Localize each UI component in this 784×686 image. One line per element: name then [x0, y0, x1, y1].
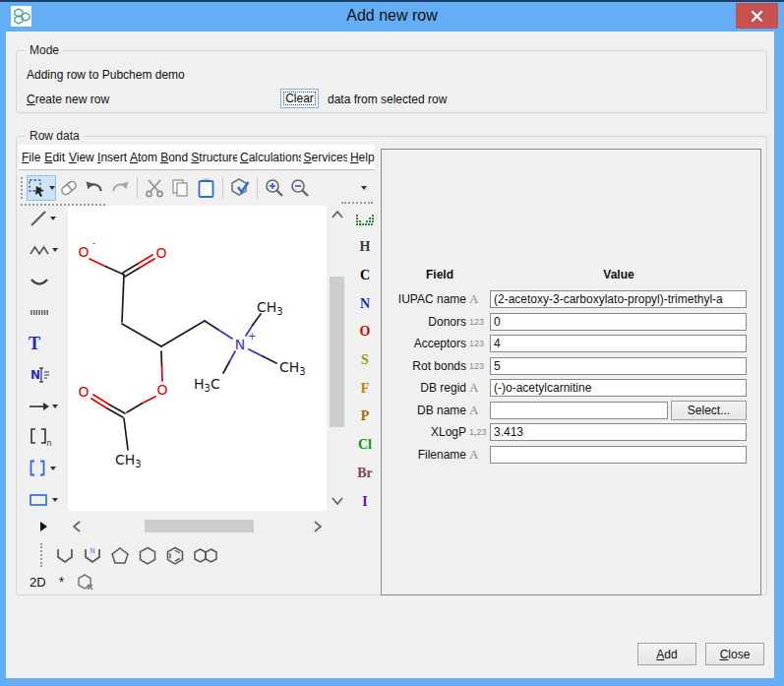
toolbar-drag-handle[interactable]: [21, 177, 24, 199]
canvas-vertical-scrollbar[interactable]: [329, 206, 346, 511]
selection-tool-dropdown-icon[interactable]: [49, 186, 55, 190]
field-row-xlogp: XLogP 1,23: [382, 423, 760, 441]
rectangle-icon: [29, 492, 50, 508]
vertical-scroll-thumb[interactable]: [330, 277, 344, 427]
repeat-group-tool[interactable]: n: [21, 424, 68, 450]
menu-bar: File Edit View Insert Atom Bond Structur…: [19, 145, 375, 170]
bond-tool[interactable]: [21, 206, 68, 231]
menu-bond[interactable]: Bond: [157, 151, 188, 164]
field-type-integer-icon: 123: [469, 313, 489, 331]
element-F[interactable]: F: [361, 374, 370, 403]
element-O[interactable]: O: [360, 318, 371, 346]
arrow-tool[interactable]: [21, 394, 68, 419]
check-structure-button[interactable]: [227, 175, 253, 201]
menu-edit[interactable]: Edit: [41, 151, 66, 164]
toolbar-overflow-icon[interactable]: [361, 186, 367, 190]
scroll-down-icon[interactable]: [331, 494, 344, 508]
template-cyclopentadiene[interactable]: [55, 546, 75, 565]
element-H[interactable]: H: [360, 233, 371, 262]
row-data-legend: Row data: [26, 129, 84, 143]
field-row-db-name: DB name A Select...: [382, 402, 760, 419]
element-S[interactable]: S: [361, 346, 369, 375]
copy-button[interactable]: [167, 175, 193, 201]
canvas-horizontal-scrollbar[interactable]: [68, 519, 327, 534]
toolbar-separator: [137, 177, 138, 199]
acceptors-input[interactable]: [490, 335, 747, 352]
clear-structure-icon[interactable]: [77, 573, 94, 592]
rot-bonds-input[interactable]: [490, 357, 747, 375]
eraser-icon: [58, 177, 80, 199]
donors-input[interactable]: [490, 313, 747, 331]
menu-services[interactable]: Services: [301, 151, 347, 164]
element-P[interactable]: P: [361, 403, 370, 431]
atom-label-tool[interactable]: N: [21, 362, 68, 388]
template-benzene[interactable]: [165, 546, 185, 565]
rect-tool-dropdown-icon[interactable]: [52, 498, 58, 502]
undo-button[interactable]: [82, 175, 107, 201]
template-expand-icon[interactable]: [40, 522, 47, 531]
menu-calculations[interactable]: Calculations: [237, 151, 301, 164]
menu-view[interactable]: View: [66, 151, 94, 164]
select-db-button[interactable]: Select...: [671, 401, 747, 420]
methyl-acetyl: CH3: [115, 452, 142, 469]
structure-canvas[interactable]: O - O O O N + CH3 CH3 H3C CH3: [68, 206, 327, 511]
menu-insert[interactable]: Insert: [94, 151, 127, 164]
eraser-button[interactable]: [56, 175, 82, 201]
scroll-left-icon[interactable]: [70, 520, 84, 533]
template-bar-drag-handle[interactable]: [40, 543, 43, 567]
group-bracket-tool[interactable]: [21, 456, 68, 481]
scroll-up-icon[interactable]: [331, 208, 344, 221]
text-tool[interactable]: T: [21, 331, 68, 356]
db-name-input[interactable]: [490, 402, 668, 419]
menu-structure[interactable]: Structure: [188, 151, 237, 164]
titlebar[interactable]: Add new row: [0, 2, 784, 31]
redo-button[interactable]: [107, 175, 133, 201]
element-I[interactable]: I: [362, 487, 367, 516]
clear-button[interactable]: Clear: [280, 89, 319, 108]
rectangle-select-tool[interactable]: [21, 487, 68, 513]
template-pyrrole[interactable]: N: [83, 546, 102, 565]
add-new-row-dialog: Add new row Mode Adding row to Pubchem d…: [0, 0, 784, 686]
selection-tool-button[interactable]: [27, 175, 56, 201]
xlogp-input[interactable]: [490, 423, 747, 441]
menu-help[interactable]: Help: [347, 151, 375, 164]
paste-button[interactable]: [193, 175, 218, 201]
field-type-text-icon: A: [469, 290, 489, 308]
chain-tool-dropdown-icon[interactable]: [52, 248, 58, 252]
filename-input[interactable]: [490, 446, 747, 464]
element-Cl[interactable]: Cl: [358, 431, 372, 460]
element-N[interactable]: N: [360, 289, 370, 318]
close-dialog-button[interactable]: Close: [705, 643, 764, 665]
bond-tool-dropdown-icon[interactable]: [50, 217, 56, 220]
menu-file[interactable]: File: [19, 151, 41, 164]
element-C[interactable]: C: [360, 262, 370, 290]
horizontal-scroll-thumb[interactable]: [145, 520, 254, 532]
scroll-right-icon[interactable]: [311, 520, 325, 533]
dimension-indicator[interactable]: 2D: [30, 575, 46, 590]
add-button[interactable]: Add: [637, 643, 696, 665]
arrow-tool-dropdown-icon[interactable]: [52, 405, 58, 408]
template-cyclopentane[interactable]: [110, 546, 130, 565]
element-palette-drag-handle[interactable]: [341, 202, 373, 204]
arc-tool[interactable]: [21, 269, 68, 294]
multiline-tool[interactable]: [21, 299, 68, 325]
template-cyclohexane[interactable]: [138, 546, 157, 565]
periodic-table-icon[interactable]: [356, 208, 374, 233]
menu-atom[interactable]: Atom: [127, 151, 157, 164]
db-regid-input[interactable]: [490, 379, 747, 397]
cut-button[interactable]: [142, 175, 167, 201]
create-new-row-label: Create new row: [27, 93, 109, 106]
zoom-in-button[interactable]: [262, 175, 287, 201]
chain-tool[interactable]: [21, 237, 68, 263]
ring-template-bar: N: [40, 542, 220, 568]
close-button[interactable]: [736, 3, 778, 29]
dialog-title: Add new row: [0, 2, 784, 30]
element-Br[interactable]: Br: [357, 460, 373, 488]
iupac-name-input[interactable]: [490, 290, 747, 308]
field-label: DB regid: [382, 379, 466, 397]
zoom-out-button[interactable]: [287, 175, 313, 201]
field-type-text-icon: A: [469, 379, 489, 397]
undo-icon: [84, 177, 105, 199]
bracket-tool-dropdown-icon[interactable]: [50, 467, 56, 470]
template-naphthalene[interactable]: [193, 546, 220, 565]
